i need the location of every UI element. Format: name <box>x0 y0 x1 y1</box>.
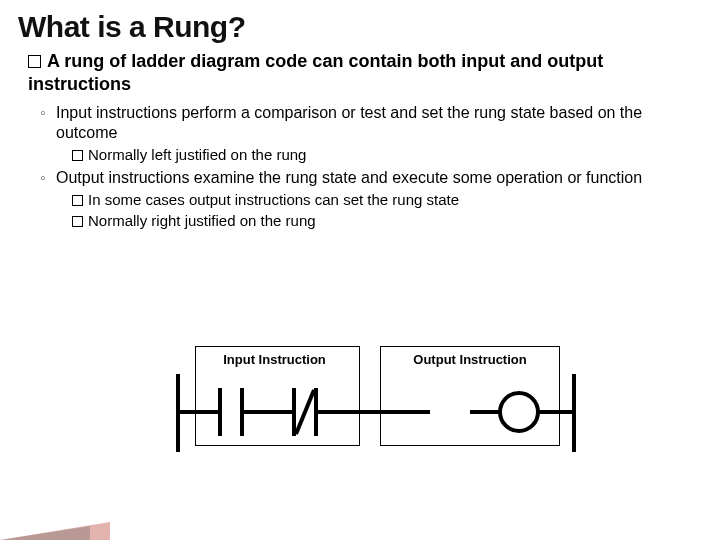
bullet-level3-input-justify: Normally left justified on the rung <box>0 145 720 166</box>
svg-line-11 <box>296 390 314 434</box>
slide-title: What is a Rung? <box>0 0 720 50</box>
square-bullet-icon <box>28 55 41 68</box>
bullet-level2-output: Output instructions examine the rung sta… <box>0 166 720 190</box>
bullet-level1: A rung of ladder diagram code can contai… <box>0 50 720 101</box>
ladder-rung-svg <box>160 340 590 480</box>
ladder-diagram: Input Instruction Output Instruction <box>160 340 590 480</box>
bullet-level3-output-setstate: In some cases output instructions can se… <box>0 190 720 211</box>
bullet-level3-output-justify: Normally right justified on the rung <box>0 211 720 232</box>
slide-accent-triangle <box>0 526 90 540</box>
bullet-level3-output-setstate-text: In some cases output instructions can se… <box>88 191 459 208</box>
square-bullet-icon <box>72 195 83 206</box>
bullet-level2-output-text: Output instructions examine the rung sta… <box>56 169 642 186</box>
square-bullet-icon <box>72 216 83 227</box>
bullet-level2-input-text: Input instructions perform a comparison … <box>56 104 642 141</box>
bullet-level3-output-justify-text: Normally right justified on the rung <box>88 212 316 229</box>
bullet-level1-text: A rung of ladder diagram code can contai… <box>28 51 603 94</box>
bullet-level2-input: Input instructions perform a comparison … <box>0 101 720 145</box>
svg-point-12 <box>500 393 538 431</box>
bullet-level3-input-justify-text: Normally left justified on the rung <box>88 146 306 163</box>
square-bullet-icon <box>72 150 83 161</box>
